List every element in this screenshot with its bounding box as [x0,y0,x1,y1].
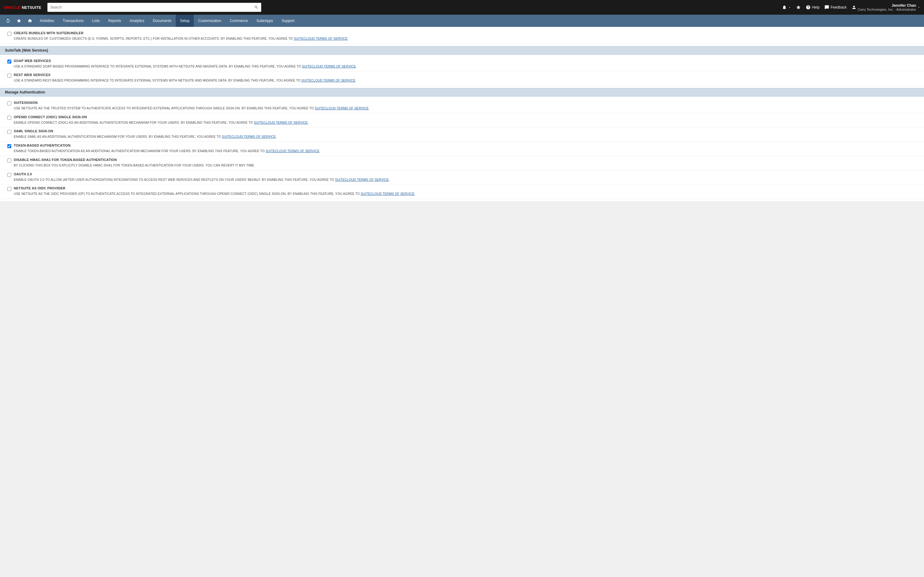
oracle-text: ORACLE [4,5,21,10]
create-bundles-checkbox[interactable] [7,32,11,36]
disable-hmac-desc: BY CLICKING THIS BOX YOU EXPLICITLY DISA… [7,163,917,168]
feature-token-based-auth: TOKEN-BASED AUTHENTICATION ENABLE TOKEN-… [0,142,924,156]
search-input[interactable] [50,5,254,10]
feature-suitesignon: SUITESIGNON USE NETSUITE AS THE TRUSTED … [0,99,924,113]
favorites-button[interactable] [796,5,801,10]
help-icon [806,5,811,10]
feature-create-bundles: CREATE BUNDLES WITH SUITEBUNDLER CREATE … [0,29,924,44]
nav-analytics[interactable]: Analytics [125,15,148,27]
logo: ORACLE NETSUITE [4,5,41,10]
bell-icon [782,5,787,10]
openid-connect-label: OPENID CONNECT (OIDC) SINGLE SIGN-ON [14,115,87,119]
bundler-section: CREATE BUNDLES WITH SUITEBUNDLER CREATE … [0,27,924,46]
oauth2-tos-link[interactable]: SUITECLOUD TERMS OF SERVICE [335,178,389,181]
feature-rest-web-services: REST WEB SERVICES USE A STANDARD REST-BA… [0,71,924,85]
oidc-provider-tos-link[interactable]: SUITECLOUD TERMS OF SERVICE [361,192,414,195]
token-based-auth-desc: ENABLE TOKEN-BASED AUTHENTICATION AS AN … [7,149,917,153]
user-info: Jennifer Chan Carry Technologies, Inc. ·… [858,3,916,11]
soap-web-services-desc: USE A STANDARD SOAP-BASED PROGRAMMING IN… [7,64,917,69]
oauth2-checkbox[interactable] [7,173,11,177]
feedback-icon [824,5,829,10]
oauth2-label: OAUTH 2.0 [14,172,32,176]
user-chevron-icon [917,6,920,9]
feature-saml-sso: SAML SINGLE SIGN-ON ENABLE SAML AS AN AD… [0,127,924,142]
content-area: CREATE BUNDLES WITH SUITEBUNDLER CREATE … [0,27,924,201]
create-bundles-tos-link[interactable]: SUITECLOUD TERMS OF SERVICE [294,37,348,40]
nav-back-icon[interactable] [2,15,13,27]
rest-web-services-label: REST WEB SERVICES [14,73,50,77]
netsuite-oidc-provider-checkbox[interactable] [7,187,11,191]
nav-activities[interactable]: Activities [35,15,58,27]
user-company: Carry Technologies, Inc. · Administrator [858,8,916,11]
oauth2-desc: ENABLE OAUTH 2.0 TO ALLOW (AFTER USER AU… [7,177,917,182]
netsuite-text: NETSUITE [22,5,41,10]
suitetalk-header: SuiteTalk (Web Services) [0,46,924,55]
token-based-auth-checkbox[interactable] [7,144,11,148]
soap-tos-link[interactable]: SUITECLOUD TERMS OF SERVICE [302,64,356,68]
page-content: CREATE BUNDLES WITH SUITEBUNDLER CREATE … [0,27,924,577]
feature-soap-web-services: SOAP WEB SERVICES USE A STANDARD SOAP-BA… [0,57,924,71]
suitesignon-tos-link[interactable]: SUITECLOUD TERMS OF SERVICE [315,106,369,110]
nav-customization[interactable]: Customization [194,15,226,27]
suitesignon-label: SUITESIGNON [14,101,37,105]
main-nav: Activities Transactions Lists Reports An… [0,15,924,27]
user-menu[interactable]: Jennifer Chan Carry Technologies, Inc. ·… [851,3,920,11]
help-label: Help [812,5,819,10]
disable-hmac-label: DISABLE HMAC-SHA1 FOR TOKEN-BASED AUTHEN… [14,158,117,161]
star-icon [796,5,801,10]
top-bar: ORACLE NETSUITE Help Feedback Jennifer C… [0,0,924,15]
token-based-auth-label: TOKEN-BASED AUTHENTICATION [14,143,71,147]
disable-hmac-checkbox[interactable] [7,158,11,163]
soap-web-services-label: SOAP WEB SERVICES [14,59,51,63]
suitesignon-desc: USE NETSUITE AS THE TRUSTED SYSTEM TO AU… [7,106,917,111]
chevron-down-icon [788,6,791,9]
saml-sso-label: SAML SINGLE SIGN-ON [14,129,53,133]
nav-commerce[interactable]: Commerce [226,15,252,27]
openid-tos-link[interactable]: SUITECLOUD TERMS OF SERVICE [254,121,308,124]
feature-disable-hmac: DISABLE HMAC-SHA1 FOR TOKEN-BASED AUTHEN… [0,156,924,171]
rest-web-services-checkbox[interactable] [7,74,11,77]
feature-openid-connect: OPENID CONNECT (OIDC) SINGLE SIGN-ON ENA… [0,113,924,128]
nav-lists[interactable]: Lists [88,15,104,27]
top-bar-right: Help Feedback Jennifer Chan Carry Techno… [782,3,920,11]
user-name: Jennifer Chan [858,3,916,8]
nav-reports[interactable]: Reports [104,15,125,27]
user-icon [851,5,856,10]
help-button[interactable]: Help [806,5,819,10]
tba-tos-link[interactable]: SUITECLOUD TERMS OF SERVICE [266,149,319,153]
search-icon [254,5,258,10]
openid-connect-desc: ENABLE OPENID CONNECT (OIDC) AS AN ADDIT… [7,120,917,125]
rest-tos-link[interactable]: SUITECLOUD TERMS OF SERVICE [302,79,355,82]
saml-sso-checkbox[interactable] [7,130,11,134]
nav-documents[interactable]: Documents [148,15,176,27]
create-bundles-label: CREATE BUNDLES WITH SUITEBUNDLER [14,31,84,35]
saml-sso-desc: ENABLE SAML AS AN ADDITIONAL AUTHENTICAT… [7,134,917,139]
search-bar[interactable] [47,3,261,12]
netsuite-oidc-provider-label: NETSUITE AS OIDC PROVIDER [14,186,65,190]
manage-auth-header: Manage Authentication [0,88,924,97]
nav-star-icon[interactable] [13,15,24,27]
nav-home-icon[interactable] [24,15,35,27]
suitetalk-section: SOAP WEB SERVICES USE A STANDARD SOAP-BA… [0,55,924,88]
notifications-button[interactable] [782,5,791,10]
nav-transactions[interactable]: Transactions [58,15,88,27]
netsuite-oidc-provider-desc: USE NETSUITE AS THE OIDC PROVIDER (OP) T… [7,192,917,196]
nav-support[interactable]: Support [277,15,299,27]
saml-tos-link[interactable]: SUITECLOUD TERMS OF SERVICE [222,135,276,139]
create-bundles-desc: CREATE BUNDLES OF CUSTOMIZED OBJECTS (E.… [7,36,917,41]
suitesignon-checkbox[interactable] [7,102,11,105]
feedback-label: Feedback [830,5,847,10]
feature-netsuite-oidc-provider: NETSUITE AS OIDC PROVIDER USE NETSUITE A… [0,184,924,199]
feature-oauth2: OAUTH 2.0 ENABLE OAUTH 2.0 TO ALLOW (AFT… [0,171,924,185]
openid-connect-checkbox[interactable] [7,116,11,120]
feedback-button[interactable]: Feedback [824,5,847,10]
soap-web-services-checkbox[interactable] [7,60,11,63]
nav-suiteapps[interactable]: SuiteApps [252,15,277,27]
manage-auth-section: SUITESIGNON USE NETSUITE AS THE TRUSTED … [0,97,924,201]
rest-web-services-desc: USE A STANDARD REST-BASED PROGRAMMING IN… [7,78,917,83]
nav-setup[interactable]: Setup [176,15,194,27]
